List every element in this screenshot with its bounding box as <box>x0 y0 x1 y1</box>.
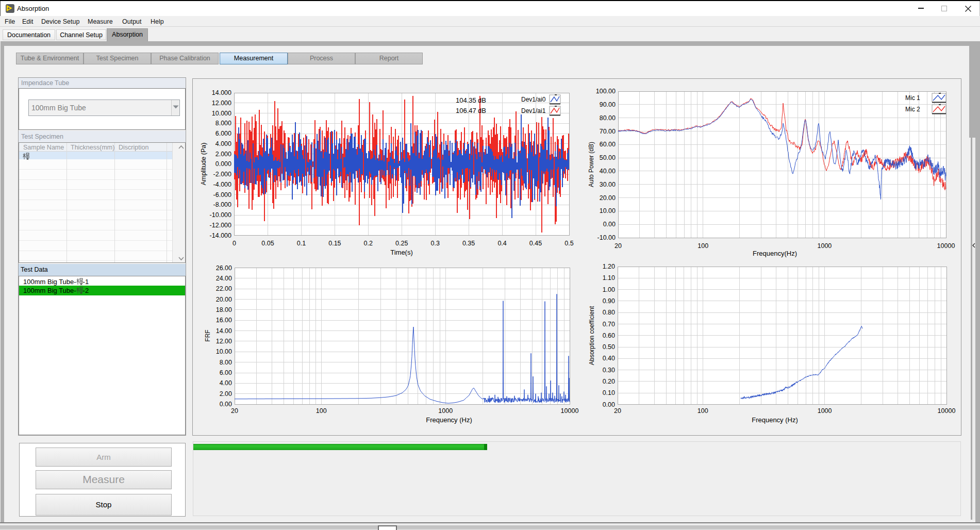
svg-text:0.15: 0.15 <box>328 240 341 247</box>
svg-text:90.00: 90.00 <box>600 101 616 108</box>
svg-text:0.45: 0.45 <box>529 240 542 247</box>
svg-text:16.00: 16.00 <box>216 317 232 324</box>
svg-text:1000: 1000 <box>817 242 832 250</box>
svg-text:FRF: FRF <box>204 329 211 341</box>
svg-text:8.000: 8.000 <box>215 120 231 127</box>
svg-text:10.000: 10.000 <box>212 110 231 117</box>
svg-text:50.00: 50.00 <box>600 154 616 161</box>
svg-text:8.00: 8.00 <box>220 359 232 366</box>
svg-text:22.00: 22.00 <box>216 285 232 292</box>
svg-text:10000: 10000 <box>561 407 579 415</box>
svg-text:dB: dB <box>478 107 486 114</box>
svg-text:Absorption coefficient: Absorption coefficient <box>588 306 595 365</box>
svg-text:100: 100 <box>316 407 327 415</box>
svg-text:0.00: 0.00 <box>603 221 616 228</box>
svg-text:4.00: 4.00 <box>220 379 232 387</box>
svg-text:Dev1/ai1: Dev1/ai1 <box>521 107 546 114</box>
svg-text:4.000: 4.000 <box>215 140 231 147</box>
svg-text:0.2: 0.2 <box>364 240 373 247</box>
svg-text:0.80: 0.80 <box>603 309 615 316</box>
svg-text:1000: 1000 <box>818 407 832 415</box>
svg-text:20.00: 20.00 <box>600 194 616 202</box>
svg-text:-12.000: -12.000 <box>210 222 231 229</box>
svg-text:Time(s): Time(s) <box>390 249 413 256</box>
svg-text:0.5: 0.5 <box>564 240 573 247</box>
svg-text:2.000: 2.000 <box>215 151 231 158</box>
svg-text:Frequency (Hz): Frequency (Hz) <box>426 416 472 424</box>
svg-text:-14.000: -14.000 <box>210 232 231 239</box>
svg-text:-4.000: -4.000 <box>213 181 231 188</box>
svg-text:dB: dB <box>478 96 486 104</box>
svg-text:-10.00: -10.00 <box>597 234 616 241</box>
svg-text:10000: 10000 <box>938 407 956 415</box>
svg-text:0.3: 0.3 <box>431 240 440 247</box>
svg-text:14.00: 14.00 <box>216 327 232 335</box>
svg-text:Dev1/ai0: Dev1/ai0 <box>521 96 546 103</box>
svg-text:0.70: 0.70 <box>603 321 615 328</box>
svg-text:0.25: 0.25 <box>395 240 408 247</box>
svg-text:0.35: 0.35 <box>462 240 475 247</box>
svg-text:0.1: 0.1 <box>297 240 306 247</box>
svg-text:0.00: 0.00 <box>603 401 615 408</box>
svg-text:10000: 10000 <box>937 242 955 250</box>
svg-text:104.35: 104.35 <box>456 96 476 104</box>
svg-text:24.00: 24.00 <box>216 275 232 282</box>
svg-text:60.00: 60.00 <box>600 141 616 148</box>
svg-text:Mic 2: Mic 2 <box>905 106 920 113</box>
svg-text:-2.000: -2.000 <box>213 171 231 178</box>
svg-text:26.00: 26.00 <box>216 264 232 272</box>
svg-text:Amplitude (Pa): Amplitude (Pa) <box>200 143 207 186</box>
svg-text:18.00: 18.00 <box>216 306 232 313</box>
svg-text:1.20: 1.20 <box>603 263 615 270</box>
svg-text:-10.000: -10.000 <box>210 211 231 219</box>
svg-text:Frequency(Hz): Frequency(Hz) <box>753 250 797 257</box>
svg-text:12.00: 12.00 <box>216 338 232 345</box>
svg-text:Mic 1: Mic 1 <box>905 94 920 102</box>
svg-text:1.00: 1.00 <box>603 286 615 293</box>
svg-text:20: 20 <box>614 242 622 250</box>
svg-text:10.00: 10.00 <box>600 207 616 214</box>
svg-text:0.50: 0.50 <box>603 343 615 351</box>
svg-text:20: 20 <box>231 407 238 415</box>
svg-text:20.00: 20.00 <box>216 296 232 303</box>
svg-text:6.000: 6.000 <box>215 130 231 137</box>
svg-text:20: 20 <box>614 407 621 415</box>
svg-text:0.60: 0.60 <box>603 332 615 339</box>
svg-text:0.10: 0.10 <box>603 389 615 396</box>
svg-text:0.000: 0.000 <box>215 160 231 168</box>
svg-text:30.00: 30.00 <box>600 181 616 188</box>
svg-text:0: 0 <box>232 240 236 247</box>
svg-text:100.00: 100.00 <box>596 88 616 95</box>
svg-text:100: 100 <box>697 407 708 415</box>
svg-text:Frequency (Hz): Frequency (Hz) <box>752 416 798 424</box>
svg-text:0.4: 0.4 <box>497 240 506 247</box>
svg-text:80.00: 80.00 <box>600 114 616 122</box>
svg-text:1000: 1000 <box>438 407 453 415</box>
svg-text:1.10: 1.10 <box>603 274 615 281</box>
svg-text:100: 100 <box>697 242 708 250</box>
svg-text:12.000: 12.000 <box>212 100 231 107</box>
svg-text:14.000: 14.000 <box>212 89 231 96</box>
svg-text:0.90: 0.90 <box>603 297 615 305</box>
svg-text:0.20: 0.20 <box>603 378 615 385</box>
svg-text:106.47: 106.47 <box>456 107 476 114</box>
svg-text:2.00: 2.00 <box>220 390 232 397</box>
svg-text:40.00: 40.00 <box>600 168 616 175</box>
svg-text:0.40: 0.40 <box>603 355 615 362</box>
svg-text:-8.000: -8.000 <box>213 201 231 208</box>
svg-text:0.30: 0.30 <box>603 367 615 374</box>
svg-text:0.00: 0.00 <box>220 401 232 408</box>
svg-text:Auto Power (dB): Auto Power (dB) <box>588 142 595 187</box>
svg-text:6.00: 6.00 <box>220 369 232 376</box>
svg-text:0.05: 0.05 <box>261 240 274 247</box>
svg-text:-6.000: -6.000 <box>213 191 231 198</box>
svg-text:10.00: 10.00 <box>216 348 232 355</box>
svg-text:70.00: 70.00 <box>600 128 616 135</box>
